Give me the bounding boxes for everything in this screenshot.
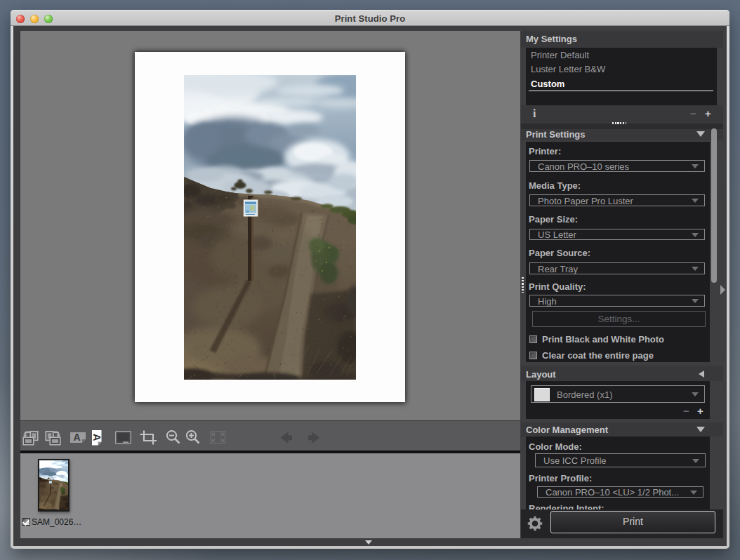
svg-text:A: A [73, 432, 80, 443]
svg-text:A: A [91, 434, 103, 441]
